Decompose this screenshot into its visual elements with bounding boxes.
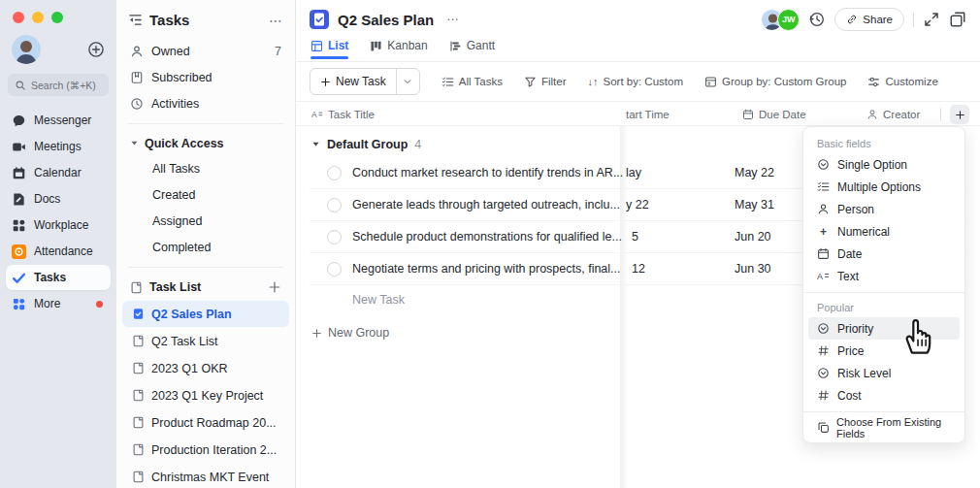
customize-label: Customize [885, 76, 937, 87]
task-due-date[interactable]: Jun 30 [735, 262, 771, 276]
title-more-icon[interactable]: ⋯ [446, 13, 459, 26]
menu-item-multiple-options[interactable]: Multiple Options [808, 176, 960, 198]
divider [128, 267, 283, 268]
menu-item-numerical[interactable]: + Numerical [808, 220, 960, 243]
menu-item-single-option[interactable]: Single Option [808, 153, 960, 176]
divider [803, 292, 964, 293]
sort-button[interactable]: ↓↑ Sort by: Custom [588, 76, 683, 87]
menu-item-date[interactable]: Date [808, 243, 960, 265]
tab-list[interactable]: List [310, 39, 348, 59]
quick-access-assigned[interactable]: Assigned [116, 208, 295, 234]
collapse-panel-icon[interactable] [128, 13, 143, 27]
quick-access-created[interactable]: Created [116, 181, 295, 208]
all-tasks-filter-button[interactable]: All Tasks [441, 76, 503, 88]
share-button[interactable]: Share [834, 8, 904, 31]
quick-access-all-tasks[interactable]: All Tasks [116, 155, 295, 181]
menu-item-choose-existing-fields[interactable]: Choose From Existing Fields [803, 411, 964, 442]
hash-icon [817, 344, 830, 357]
sidebar-item-docs[interactable]: Docs [6, 186, 111, 211]
sidebar-item-meetings[interactable]: Meetings [6, 134, 111, 159]
menu-item-priority[interactable]: Priority [808, 317, 960, 340]
customize-button[interactable]: Customize [867, 76, 937, 88]
panel-item-subscribed[interactable]: Subscribed [116, 64, 295, 90]
multiple-options-icon [817, 180, 830, 193]
column-start-time[interactable]: tart Time [626, 103, 670, 126]
task-list-item-label: Production Iteration 2... [151, 443, 277, 457]
add-task-list-icon[interactable] [268, 280, 281, 294]
task-title[interactable]: Conduct market research to identify tren… [352, 166, 623, 179]
panel-item-activities[interactable]: Activities [116, 90, 295, 116]
task-list-item-2023-q1-key-project[interactable]: 2023 Q1 Key Project [122, 382, 289, 408]
task-checkbox[interactable] [327, 262, 342, 277]
user-avatar[interactable] [12, 35, 41, 64]
task-due-date[interactable]: May 31 [735, 198, 774, 211]
group-icon [704, 76, 717, 88]
task-title[interactable]: Generate leads through targeted outreach… [352, 198, 620, 211]
document-icon [12, 192, 26, 207]
sidebar-item-label: Docs [34, 192, 60, 206]
task-list-item-christmas-mkt-event[interactable]: Christmas MKT Event [122, 464, 289, 488]
sidebar-item-workplace[interactable]: Workplace [6, 212, 111, 238]
add-account-icon[interactable] [87, 41, 105, 58]
new-task-dropdown-button[interactable] [396, 69, 419, 94]
search-icon [15, 80, 26, 91]
task-due-date[interactable]: Jun 20 [735, 230, 771, 244]
task-checkbox[interactable] [327, 230, 342, 244]
panel-item-label: Owned [151, 45, 190, 58]
column-due-date[interactable]: Due Date [742, 103, 806, 126]
task-list-item-production-iteration[interactable]: Production Iteration 2... [122, 437, 289, 463]
search-input[interactable]: Search (⌘+K) [8, 74, 109, 96]
minimize-window-button[interactable] [32, 12, 44, 23]
task-checkbox[interactable] [327, 166, 342, 180]
add-field-button[interactable] [950, 105, 969, 124]
menu-item-label: Date [837, 247, 862, 261]
expand-icon[interactable] [923, 11, 940, 28]
panel-item-owned[interactable]: Owned 7 [116, 38, 295, 64]
task-list-item-product-roadmap[interactable]: Product Roadmap 20... [122, 409, 289, 436]
collaborator-avatars[interactable]: JW [761, 9, 800, 31]
new-task-split-button[interactable]: New Task [310, 68, 420, 95]
filter-button[interactable]: Filter [524, 76, 567, 88]
sidebar-item-label: Attendance [34, 244, 93, 258]
menu-item-price[interactable]: Price [808, 340, 960, 362]
close-window-button[interactable] [13, 12, 24, 23]
plus-icon [311, 328, 322, 339]
zoom-window-button[interactable] [51, 12, 63, 23]
history-icon[interactable] [808, 11, 826, 28]
task-list-item-q2-task-list[interactable]: Q2 Task List [122, 328, 289, 354]
sidebar-item-tasks[interactable]: Tasks [6, 265, 111, 290]
menu-item-cost[interactable]: Cost [808, 384, 960, 407]
menu-item-text[interactable]: A Text [808, 265, 960, 287]
menu-section-title: Basic fields [803, 134, 964, 153]
item-label: Created [152, 188, 195, 202]
task-checkbox[interactable] [327, 198, 342, 212]
sidebar-item-calendar[interactable]: Calendar [6, 160, 111, 185]
column-creator[interactable]: Creator [866, 103, 920, 126]
task-list-doc-icon [132, 308, 145, 320]
collaborator-avatar[interactable]: JW [777, 9, 800, 31]
column-label: tart Time [626, 109, 670, 120]
task-list-item-q2-sales-plan[interactable]: Q2 Sales Plan [122, 301, 289, 327]
open-in-window-icon[interactable] [949, 11, 966, 28]
sidebar-item-messenger[interactable]: Messenger [6, 108, 111, 133]
column-task-title[interactable]: A Task Title [311, 103, 375, 126]
menu-item-risk-level[interactable]: Risk Level [808, 362, 960, 384]
group-by-button[interactable]: Group by: Custom Group [704, 76, 846, 88]
quick-access-completed[interactable]: Completed [116, 234, 295, 260]
task-title[interactable]: Negotiate terms and pricing with prospec… [352, 262, 621, 276]
quick-access-section[interactable]: Quick Access [116, 131, 295, 155]
window-controls[interactable] [0, 10, 116, 33]
caret-down-icon[interactable] [311, 140, 320, 148]
checkmark-icon [12, 271, 26, 285]
panel-more-icon[interactable]: ⋯ [269, 13, 283, 28]
menu-item-label: Multiple Options [837, 180, 921, 194]
tab-kanban[interactable]: Kanban [370, 39, 427, 59]
task-list-item-2023-q1-okr[interactable]: 2023 Q1 OKR [122, 355, 289, 381]
menu-item-person[interactable]: Person [808, 198, 960, 220]
task-due-date[interactable]: May 22 [735, 166, 774, 179]
tab-gantt[interactable]: Gantt [449, 39, 495, 59]
task-title[interactable]: Schedule product demonstrations for qual… [352, 230, 622, 244]
new-task-button[interactable]: New Task [310, 69, 396, 94]
sidebar-item-more[interactable]: More [6, 291, 111, 316]
sidebar-item-attendance[interactable]: Attendance [6, 239, 111, 264]
